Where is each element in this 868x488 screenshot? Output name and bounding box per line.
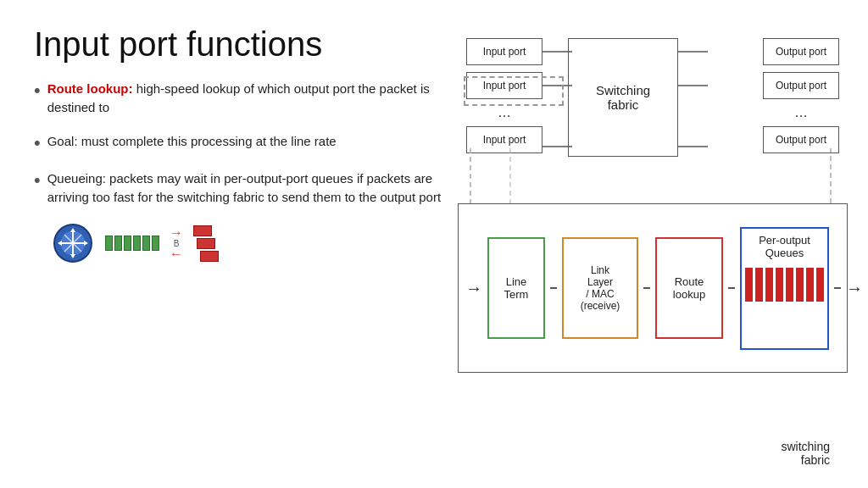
connector-3 xyxy=(728,287,735,289)
connector-2 xyxy=(643,287,650,289)
router-icon xyxy=(51,221,95,265)
route-lookup-box: Route lookup xyxy=(655,237,723,339)
output-port-dots: … xyxy=(763,106,839,119)
per-output-box: Per-output Queues xyxy=(740,227,829,350)
packet-stack-icon xyxy=(193,225,219,262)
buffer-cell xyxy=(152,236,159,251)
switching-fabric-box: Switching fabric xyxy=(568,38,678,157)
link-layer-box: Link Layer / MAC (receive) xyxy=(562,237,638,339)
queue-bar xyxy=(816,268,824,302)
output-ports: Output port Output port … Output port xyxy=(763,38,839,160)
queue-bar xyxy=(755,268,763,302)
bullet-1: • Route lookup: high-speed lookup of whi… xyxy=(34,80,449,117)
bullet-2: • Goal: must complete this processing at… xyxy=(34,132,449,154)
bullet-content-1: Route lookup: high-speed lookup of which… xyxy=(47,80,449,117)
input-port-1: Input port xyxy=(466,38,542,65)
queue-bar xyxy=(786,268,793,302)
output-arrow: → xyxy=(846,279,863,298)
queue-bars xyxy=(742,264,827,305)
bottom-diagram: → Line Term Link Layer / MAC (receive) R… xyxy=(458,203,848,373)
packet-block xyxy=(197,238,215,249)
bullet-text-3: Queueing: packets may wait in per-output… xyxy=(47,169,449,207)
arrow-left: ← xyxy=(170,247,183,262)
right-panel: Input port Input port … Input port Switc… xyxy=(449,25,834,471)
page-title: Input port functions xyxy=(34,25,449,63)
buffer-cell xyxy=(105,236,113,251)
bullet-list: • Route lookup: high-speed lookup of whi… xyxy=(34,80,449,206)
icon-row: → B ← xyxy=(51,221,449,265)
queue-bar xyxy=(796,268,804,302)
input-arrow: → xyxy=(465,279,482,298)
highlight-1: Route lookup: xyxy=(47,81,133,96)
queue-bar xyxy=(776,268,783,302)
packet-block xyxy=(193,225,212,236)
switching-fabric-label: switching fabric xyxy=(781,440,830,467)
queue-bar xyxy=(806,268,814,302)
dashed-connector xyxy=(458,144,835,212)
bullet-dot-3: • xyxy=(34,169,41,191)
output-port-1: Output port xyxy=(763,38,839,65)
packet-block xyxy=(200,251,219,262)
bullet-text-2: Goal: must complete this processing at t… xyxy=(47,132,449,151)
line-term-box: Line Term xyxy=(487,237,545,339)
buffer-icon xyxy=(105,236,159,251)
buffer-cell xyxy=(114,236,122,251)
left-panel: Input port functions • Route lookup: hig… xyxy=(34,25,449,471)
bullet-dot-2: • xyxy=(34,132,41,154)
buffer-cell xyxy=(124,236,131,251)
bullet-dot-1: • xyxy=(34,80,41,102)
buffer-cell xyxy=(142,236,150,251)
output-port-2: Output port xyxy=(763,72,839,99)
queue-bar xyxy=(745,268,753,302)
double-arrow: → B ← xyxy=(170,225,183,262)
buffer-cell xyxy=(133,236,141,251)
connector-4 xyxy=(834,287,841,289)
connector-1 xyxy=(550,287,557,289)
per-output-title: Per-output Queues xyxy=(759,234,810,259)
bullet-3: • Queueing: packets may wait in per-outp… xyxy=(34,169,449,207)
input-ports: Input port Input port … Input port xyxy=(466,38,542,160)
input-port-dots: … xyxy=(466,106,542,119)
input-port-2: Input port xyxy=(466,72,542,99)
queue-bar xyxy=(765,268,773,302)
output-connectors xyxy=(678,38,708,161)
